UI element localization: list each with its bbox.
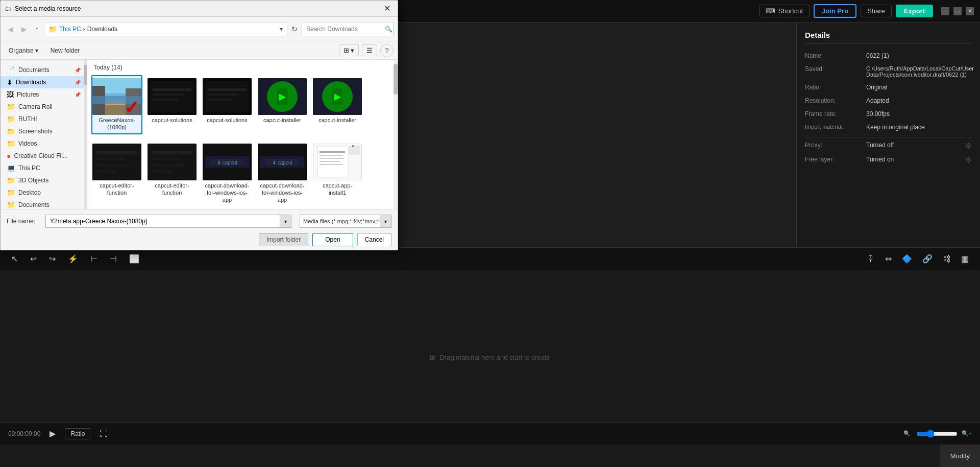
file-item-capcut-app-inst[interactable]: ≡ capcut-app-install1: [312, 141, 363, 207]
sidebar-item-downloads[interactable]: ⬇ Downloads 📌: [1, 76, 87, 88]
detail-proxy-label: Proxy:: [805, 142, 866, 150]
view-button[interactable]: ⊞ ▾: [339, 44, 359, 56]
detail-freelayer-label: Free layer:: [805, 156, 866, 164]
breadcrumb-this-pc: This PC: [59, 26, 81, 33]
preview-pane-button[interactable]: ☰: [362, 44, 377, 56]
sidebar-item-pictures[interactable]: 🖼 Pictures 📌: [1, 88, 87, 101]
sidebar-item-camera-roll[interactable]: 📁 Camera Roll: [1, 101, 87, 113]
sidebar-item-this-pc[interactable]: 💻 This PC: [1, 162, 87, 174]
file-label-capcut-editor2: capcut-editor-function: [150, 182, 194, 197]
organise-button[interactable]: Organise ▾: [5, 45, 42, 56]
dialog-close-button[interactable]: ✕: [381, 3, 394, 14]
join-pro-button[interactable]: Join Pro: [814, 4, 856, 18]
file-item-capcut-dl2[interactable]: ⬇ capcut capcut-download-for-windows-ios…: [257, 141, 308, 207]
timeline-content: ⊞ Drag material here and start to create: [0, 270, 980, 445]
up-button[interactable]: ↑: [32, 23, 42, 35]
sidebar-item-ruth[interactable]: 📁 RUTH!: [1, 113, 87, 125]
file-item-capcut-sol2[interactable]: capcut-solutions: [202, 75, 253, 134]
sidebar-scrollbar[interactable]: [84, 60, 87, 209]
redo-button[interactable]: ↪: [46, 252, 59, 266]
file-thumb-capcut-dl1: ⬇ capcut: [203, 144, 252, 180]
svg-rect-35: [152, 164, 185, 167]
modify-button[interactable]: Modify: [940, 445, 980, 467]
detail-framerate-label: Frame rate:: [805, 110, 866, 118]
sidebar-item-videos[interactable]: 📁 Videos: [1, 137, 87, 150]
crop-button[interactable]: ⬜: [126, 252, 142, 266]
detail-saved-label: Saved:: [805, 65, 866, 78]
layout-button[interactable]: ▦: [958, 252, 972, 266]
minimize-button[interactable]: —: [941, 7, 949, 15]
file-item-greece-naxos[interactable]: ✓ GreeceNaxos-(1080p): [91, 75, 142, 134]
forward-button[interactable]: ▶: [18, 23, 30, 35]
detail-saved-row: Saved: C:/Users/Ruth/AppData/Local/CapCu…: [805, 65, 972, 78]
new-folder-button[interactable]: New folder: [46, 45, 84, 56]
proxy-toggle[interactable]: ⚙: [965, 142, 972, 150]
trim-left-button[interactable]: ⊢: [87, 252, 101, 266]
maximize-button[interactable]: □: [953, 7, 962, 15]
share-label: Share: [867, 7, 885, 15]
back-button[interactable]: ◀: [5, 23, 16, 35]
file-item-capcut-editor1[interactable]: capcut-editor-function: [91, 141, 142, 207]
mic-button[interactable]: 🎙: [864, 252, 878, 266]
sidebar-item-desktop[interactable]: 📁 Desktop: [1, 186, 87, 199]
view-grid-icon: ⊞: [344, 46, 349, 54]
magnet-button[interactable]: 🔷: [899, 252, 915, 266]
file-item-capcut-inst1[interactable]: ▶ capcut-installer: [257, 75, 308, 134]
sidebar-item-pictures-label: Pictures: [17, 91, 39, 98]
documents-pin: 📌: [75, 67, 81, 73]
sidebar-item-creative-cloud[interactable]: ● Creative Cloud Fil...: [1, 150, 87, 162]
file-label-capcut-app-inst: capcut-app-install1: [315, 182, 360, 197]
file-thumb-capcut-sol2: [203, 78, 252, 115]
timeline-toolbar: ↖ ↩ ↪ ⚡ ⊢ ⊣ ⬜ 🎙 ⇔ 🔷 🔗 ⛓ ▦: [0, 248, 980, 270]
organise-dropdown-icon: ▾: [35, 47, 38, 54]
refresh-button[interactable]: ↻: [289, 23, 300, 35]
file-item-capcut-sol1[interactable]: capcut-solutions: [146, 75, 198, 134]
svg-rect-32: [149, 145, 195, 179]
file-item-capcut-inst2[interactable]: ▶ capcut-installer: [312, 75, 363, 134]
snap-button[interactable]: ⇔: [882, 252, 895, 266]
sidebar-item-3d-objects[interactable]: 📁 3D Objects: [1, 174, 87, 186]
file-area-scrollbar[interactable]: [394, 60, 398, 209]
sidebar-item-creative-cloud-label: Creative Cloud Fil...: [14, 152, 67, 159]
freelayer-toggle[interactable]: ⚙: [965, 156, 972, 164]
share-button[interactable]: Share: [861, 5, 892, 17]
sidebar-item-documents[interactable]: 📄 Documents 📌: [1, 64, 87, 76]
dialog-file-area[interactable]: Today (14): [87, 60, 398, 209]
detail-ratio-label: Ratio:: [805, 84, 866, 91]
filter-dropdown-button[interactable]: ▾: [380, 215, 391, 228]
dialog-footer: File name: ▾ Media files (*.mpg;*.f4v;*m…: [1, 209, 398, 250]
detail-ratio-row: Ratio: Original: [805, 84, 972, 91]
sidebar-item-camera-roll-label: Camera Roll: [18, 103, 53, 110]
sidebar-item-screenshots[interactable]: 📁 Screenshots: [1, 125, 87, 137]
file-item-capcut-editor2[interactable]: capcut-editor-function: [146, 141, 198, 207]
link-button[interactable]: ⛓: [940, 252, 954, 266]
file-item-capcut-dl1[interactable]: ⬇ capcut capcut-download-for-windows-ios…: [202, 141, 253, 207]
split-button[interactable]: ⚡: [65, 252, 81, 266]
sidebar-item-this-pc-label: This PC: [18, 165, 40, 172]
filename-input[interactable]: [45, 215, 280, 228]
search-box: 🔍: [302, 22, 394, 36]
shortcut-button[interactable]: ⌨ Shortcut: [759, 5, 810, 17]
details-title: Details: [805, 31, 972, 44]
undo-button[interactable]: ↩: [27, 252, 40, 266]
file-thumb-capcut-editor2: [148, 144, 197, 180]
help-button[interactable]: ?: [380, 44, 394, 57]
trim-right-button[interactable]: ⊣: [107, 252, 120, 266]
search-input[interactable]: [306, 26, 383, 33]
svg-text:≡: ≡: [352, 144, 355, 149]
breadcrumb-dropdown-icon[interactable]: ▾: [280, 26, 283, 33]
selected-checkmark: ✓: [124, 99, 139, 115]
sidebar-item-ruth-label: RUTH!: [18, 115, 37, 123]
import-folder-button[interactable]: Import folder: [259, 233, 308, 246]
cancel-button[interactable]: Cancel: [357, 233, 391, 246]
chain-button[interactable]: 🔗: [919, 252, 936, 266]
close-button[interactable]: ✕: [966, 7, 974, 15]
filename-dropdown-button[interactable]: ▾: [280, 215, 291, 228]
cursor-tool-button[interactable]: ↖: [8, 252, 21, 266]
open-button[interactable]: Open: [312, 233, 353, 246]
sidebar-item-documents2[interactable]: 📁 Documents: [1, 199, 87, 209]
file-label-greece-naxos: GreeceNaxos-(1080p): [94, 116, 139, 131]
breadcrumb-bar[interactable]: 📁 This PC › Downloads ▾: [44, 22, 287, 36]
export-button[interactable]: Export: [896, 5, 933, 17]
downloads-pin: 📌: [75, 80, 81, 85]
